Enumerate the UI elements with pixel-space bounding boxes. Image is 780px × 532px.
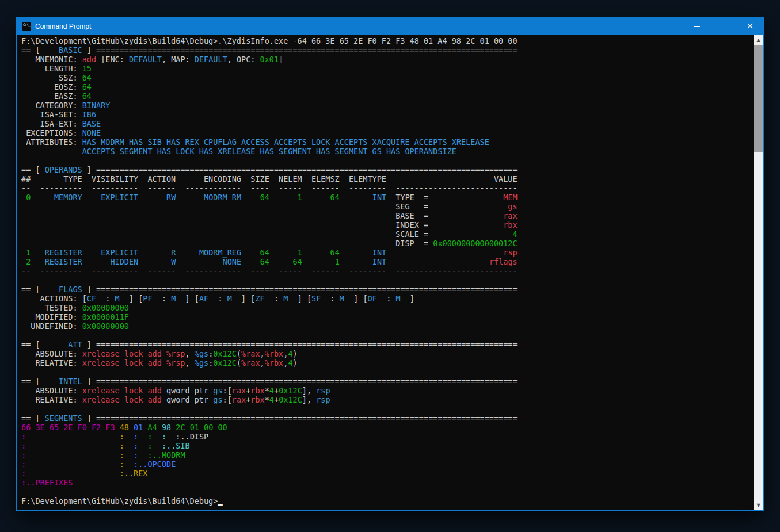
cmd-icon: C:\_ [22, 22, 31, 31]
close-icon: × [746, 21, 754, 30]
terminal-line: : : : : : :..DISP [21, 432, 754, 441]
window-controls: × [684, 18, 763, 35]
terminal-line [21, 487, 754, 496]
terminal-line: RELATIVE: xrelease lock add %rsp, %gs:0x… [21, 358, 754, 368]
terminal-line: SEG = gs [21, 202, 754, 211]
terminal-line: ISA-SET: I86 [21, 110, 754, 119]
terminal-line: INDEX = rbx [21, 220, 754, 229]
terminal-line: TESTED: 0x00000000 [21, 303, 754, 312]
terminal-line: EASZ: 64 [21, 91, 754, 101]
terminal-line: MODIFIED: 0x0000011F [21, 312, 754, 322]
terminal-line: ISA-EXT: BASE [21, 119, 754, 128]
terminal-line: ACCEPTS_SEGMENT HAS_LOCK HAS_XRELEASE HA… [21, 147, 754, 156]
scroll-down-icon[interactable]: ▼ [754, 500, 763, 510]
terminal-line: ABSOLUTE: xrelease lock add qword ptr gs… [21, 386, 754, 395]
terminal-line [21, 275, 754, 285]
terminal-line: ABSOLUTE: xrelease lock add %rsp, %gs:0x… [21, 349, 754, 358]
terminal-line: : : : : :..SIB [21, 441, 754, 450]
scrollbar-thumb[interactable] [754, 45, 763, 152]
terminal-line: 1 REGISTER EXPLICIT R MODRM_REG 64 1 64 … [21, 248, 754, 257]
terminal-line: == [ FLAGS ] ===========================… [21, 285, 754, 294]
terminal-line [21, 156, 754, 165]
terminal-line: CATEGORY: BINARY [21, 101, 754, 110]
minimize-button[interactable] [684, 18, 710, 35]
titlebar[interactable]: C:\_ Command Prompt × [17, 18, 763, 35]
command-prompt-window: C:\_ Command Prompt × F:\Development\Git… [16, 17, 764, 511]
terminal-line: 66 3E 65 2E F0 F2 F3 48 01 A4 98 2C 01 0… [21, 423, 754, 432]
terminal-line: BASE = rax [21, 211, 754, 220]
terminal-line: ## TYPE VISIBILITY ACTION ENCODING SIZE … [21, 174, 754, 183]
terminal-line: ACTIONS: [CF : M ] [PF : M ] [AF : M ] [… [21, 294, 754, 303]
terminal-line: == [ OPERANDS ] ========================… [21, 165, 754, 174]
terminal-line: : :..REX [21, 469, 754, 478]
terminal-output: F:\Development\GitHub\zydis\Build64\Debu… [17, 35, 754, 510]
terminal-line: -- --------- ---------- ------ ---------… [21, 266, 754, 275]
terminal-line [21, 404, 754, 414]
terminal-line: EXCEPTIONS: NONE [21, 128, 754, 137]
scroll-up-icon[interactable]: ▲ [754, 35, 763, 45]
console-area[interactable]: F:\Development\GitHub\zydis\Build64\Debu… [17, 35, 763, 510]
terminal-line: == [ ATT ] =============================… [21, 340, 754, 349]
cmd-icon-glyph: C:\_ [23, 22, 30, 26]
terminal-line: SSZ: 64 [21, 73, 754, 82]
terminal-line: : : :..OPCODE [21, 460, 754, 469]
close-button[interactable]: × [737, 18, 763, 35]
terminal-line: == [ INTEL ] ===========================… [21, 377, 754, 386]
terminal-line: DISP = 0x000000000000012C [21, 239, 754, 248]
window-title: Command Prompt [35, 22, 91, 30]
maximize-icon [721, 24, 726, 29]
maximize-button[interactable] [710, 18, 737, 35]
scrollbar[interactable]: ▲ ▼ [754, 35, 763, 510]
terminal-line: RELATIVE: xrelease lock add qword ptr gs… [21, 395, 754, 404]
terminal-line: == [ BASIC ] ===========================… [21, 45, 754, 55]
terminal-line: 2 REGISTER HIDDEN W NONE 64 64 1 INT rfl… [21, 257, 754, 266]
terminal-line: ATTRIBUTES: HAS_MODRM HAS_SIB HAS_REX CP… [21, 137, 754, 147]
terminal-line: SCALE = 4 [21, 229, 754, 239]
terminal-line: MNEMONIC: add [ENC: DEFAULT, MAP: DEFAUL… [21, 55, 754, 64]
terminal-line: == [ SEGMENTS ] ========================… [21, 414, 754, 423]
terminal-line [21, 331, 754, 340]
terminal-line: :..PREFIXES [21, 478, 754, 487]
terminal-line: -- --------- ---------- ------ ---------… [21, 183, 754, 193]
terminal-line: F:\Development\GitHub\zydis\Build64\Debu… [21, 496, 754, 506]
terminal-line: 0 MEMORY EXPLICIT RW MODRM_RM 64 1 64 IN… [21, 193, 754, 202]
terminal-line: LENGTH: 15 [21, 64, 754, 73]
terminal-line [21, 368, 754, 377]
terminal-line: UNDEFINED: 0x00000000 [21, 322, 754, 331]
terminal-line: EOSZ: 64 [21, 82, 754, 91]
terminal-line: F:\Development\GitHub\zydis\Build64\Debu… [21, 36, 754, 45]
minimize-icon [694, 26, 700, 27]
terminal-line: : : : :..MODRM [21, 450, 754, 460]
